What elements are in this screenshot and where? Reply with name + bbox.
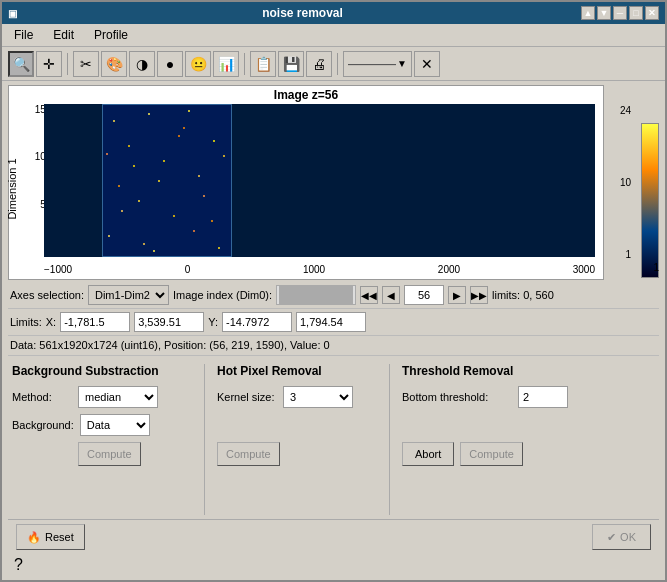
nav-prev-btn[interactable]: ◀ — [382, 286, 400, 304]
magnifier-tool[interactable]: 🔍 — [8, 51, 34, 77]
method-label: Method: — [12, 391, 72, 403]
panel-divider-2 — [389, 364, 390, 515]
background-row: Background: Data File — [12, 414, 192, 436]
ok-label: OK — [620, 531, 636, 543]
reset-icon: 🔥 — [27, 531, 41, 544]
cut-tool[interactable]: ✂ — [73, 51, 99, 77]
background-select[interactable]: Data File — [80, 414, 150, 436]
hot-pixel-removal-panel: Hot Pixel Removal Kernel size: 3 5 7 Com… — [217, 364, 377, 515]
colorbar-bottom: 1 — [653, 262, 659, 273]
x-max-input[interactable] — [134, 312, 204, 332]
nav-next-btn[interactable]: ▶ — [448, 286, 466, 304]
plot-container: Image z=56 1500 1000 500 0 Dimension 1 — [8, 85, 604, 280]
image-index-input[interactable] — [404, 285, 444, 305]
bottom-threshold-input[interactable] — [518, 386, 568, 408]
threshold-removal-panel: Threshold Removal Bottom threshold: Abor… — [402, 364, 602, 515]
contrast-tool[interactable]: ◑ — [129, 51, 155, 77]
restore-btn[interactable]: ▼ — [597, 6, 611, 20]
background-subtraction-panel: Background Substraction Method: median m… — [12, 364, 192, 515]
barchart-tool[interactable]: 📊 — [213, 51, 239, 77]
plot-section: Image z=56 1500 1000 500 0 Dimension 1 — [8, 85, 659, 280]
maximize-btn[interactable]: □ — [629, 6, 643, 20]
limits-row: Limits: X: Y: — [8, 309, 659, 336]
axes-selection-row: Axes selection: Dim1-Dim2 Dim0-Dim1 Dim0… — [8, 282, 659, 309]
xaxis-label-1: 0 — [185, 264, 191, 275]
menu-edit[interactable]: Edit — [49, 27, 78, 43]
kernel-select[interactable]: 3 5 7 — [283, 386, 353, 408]
data-info-text: Data: 561x1920x1724 (uint16), Position: … — [10, 339, 330, 351]
reset-label: Reset — [45, 531, 74, 543]
line-x-btn[interactable]: ✕ — [414, 51, 440, 77]
abort-btn[interactable]: Abort — [402, 442, 454, 466]
plot-ylabel: Dimension 1 — [6, 158, 18, 219]
bottom-threshold-label: Bottom threshold: — [402, 391, 512, 403]
nav-last-btn[interactable]: ▶▶ — [470, 286, 488, 304]
menubar: File Edit Profile — [2, 24, 665, 47]
hot-pixel-compute-btn[interactable]: Compute — [217, 442, 280, 466]
image-index-label: Image index (Dim0): — [173, 289, 272, 301]
panel-divider-1 — [204, 364, 205, 515]
colorbar-min1: 1 — [620, 249, 631, 260]
kernel-label: Kernel size: — [217, 391, 277, 403]
palette-tool[interactable]: 🎨 — [101, 51, 127, 77]
export-tool[interactable]: 📋 — [250, 51, 276, 77]
menu-file[interactable]: File — [10, 27, 37, 43]
minimize-btn[interactable]: ▲ — [581, 6, 595, 20]
x-label: X: — [46, 316, 56, 328]
axes-selection-label: Axes selection: — [10, 289, 84, 301]
panels-area: Background Substraction Method: median m… — [8, 356, 659, 519]
face-tool[interactable]: 😐 — [185, 51, 211, 77]
window-controls: ▲ ▼ ─ □ ✕ — [581, 6, 659, 20]
background-compute-btn[interactable]: Compute — [78, 442, 141, 466]
y-max-input[interactable] — [296, 312, 366, 332]
limits-label: Limits: — [10, 316, 42, 328]
toolbar-sep-1 — [67, 53, 68, 75]
help-icon[interactable]: ? — [14, 556, 23, 573]
circle-tool[interactable]: ● — [157, 51, 183, 77]
colorbar — [641, 123, 659, 278]
main-window: ▣ noise removal ▲ ▼ ─ □ ✕ File Edit Prof… — [0, 0, 667, 582]
save-tool[interactable]: 💾 — [278, 51, 304, 77]
kernel-row: Kernel size: 3 5 7 — [217, 386, 377, 408]
window-title: noise removal — [24, 6, 581, 20]
y-min-input[interactable] — [222, 312, 292, 332]
y-label: Y: — [208, 316, 218, 328]
method-row: Method: median mean none — [12, 386, 192, 408]
toolbar-sep-2 — [244, 53, 245, 75]
print-tool[interactable]: 🖨 — [306, 51, 332, 77]
toolbar-sep-3 — [337, 53, 338, 75]
background-subtraction-title: Background Substraction — [12, 364, 192, 378]
colorbar-area: 24 10 1 1 — [604, 85, 659, 280]
xaxis-label-4: 3000 — [573, 264, 595, 275]
ok-icon: ✔ — [607, 531, 616, 544]
axes-selection-select[interactable]: Dim1-Dim2 Dim0-Dim1 Dim0-Dim2 — [88, 285, 169, 305]
x-min-input[interactable] — [60, 312, 130, 332]
bottom-bar: 🔥 Reset ✔ OK — [8, 519, 659, 554]
colorbar-mid: 10 — [620, 177, 631, 188]
bottom-threshold-row: Bottom threshold: — [402, 386, 602, 408]
xaxis-label-0: −1000 — [44, 264, 72, 275]
background-label: Background: — [12, 419, 74, 431]
toolbar: 🔍 ✛ ✂ 🎨 ◑ ● 😐 📊 📋 💾 🖨 ——— ▼ ✕ — [2, 47, 665, 81]
plot-title: Image z=56 — [9, 88, 603, 102]
plot-canvas[interactable] — [44, 104, 595, 257]
move-tool[interactable]: ✛ — [36, 51, 62, 77]
background-compute-row: Compute — [12, 442, 192, 466]
main-area: Image z=56 1500 1000 500 0 Dimension 1 — [2, 81, 665, 580]
menu-profile[interactable]: Profile — [90, 27, 132, 43]
colorbar-max: 24 — [620, 105, 631, 116]
help-area: ? — [8, 554, 659, 576]
method-select[interactable]: median mean none — [78, 386, 158, 408]
close-btn[interactable]: ✕ — [645, 6, 659, 20]
reset-btn[interactable]: 🔥 Reset — [16, 524, 85, 550]
line-color-btn[interactable]: ——— ▼ — [343, 51, 412, 77]
minimize2-btn[interactable]: ─ — [613, 6, 627, 20]
xaxis-label-2: 1000 — [303, 264, 325, 275]
ok-btn[interactable]: ✔ OK — [592, 524, 651, 550]
threshold-compute-btn[interactable]: Compute — [460, 442, 523, 466]
hot-pixel-removal-title: Hot Pixel Removal — [217, 364, 377, 378]
threshold-removal-title: Threshold Removal — [402, 364, 602, 378]
nav-first-btn[interactable]: ◀◀ — [360, 286, 378, 304]
plot-xaxis: −1000 0 1000 2000 3000 — [44, 264, 595, 275]
xaxis-label-3: 2000 — [438, 264, 460, 275]
